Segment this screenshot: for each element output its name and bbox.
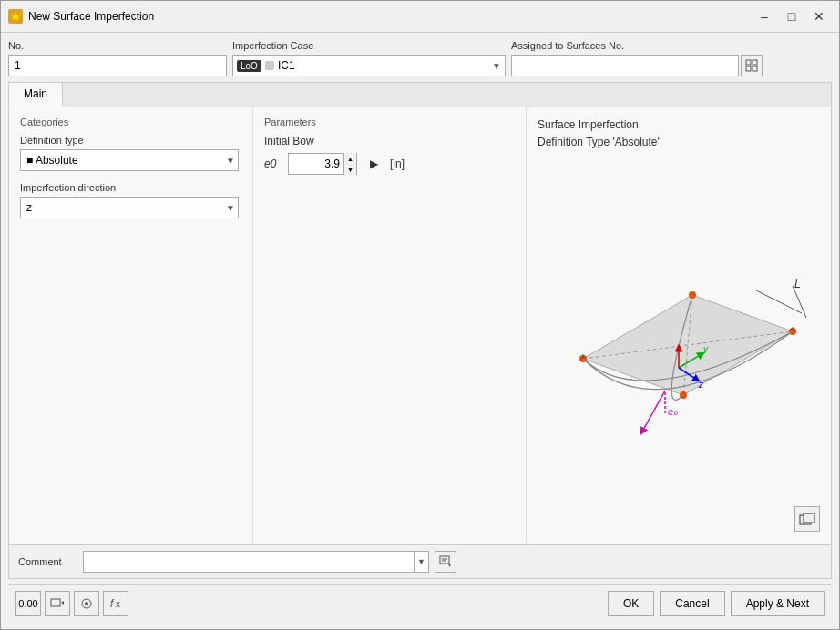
svg-text:f: f: [110, 597, 115, 610]
svg-marker-32: [61, 601, 64, 605]
imperfection-dir-select[interactable]: x y z: [20, 197, 239, 218]
svg-text:x: x: [116, 599, 120, 609]
comment-dropdown-arrow[interactable]: ▼: [414, 552, 428, 572]
edit-icon: [439, 555, 452, 568]
middle-section: Parameters Initial Bow e0 ▲ ▼ ▶ [in]: [253, 107, 527, 544]
comment-edit-button[interactable]: [435, 551, 456, 573]
e0-spin-down[interactable]: ▼: [344, 164, 356, 175]
e0-label: e0: [264, 158, 282, 170]
formula-icon: f x: [108, 597, 123, 610]
move-icon: [50, 597, 65, 610]
diagram-action-button[interactable]: [794, 506, 820, 532]
svg-rect-1: [746, 60, 751, 65]
comment-section: Comment ▼: [9, 544, 831, 578]
e0-spinners: ▲ ▼: [343, 153, 356, 175]
no-label: No.: [8, 40, 227, 51]
main-window: New Surface Imperfection – □ ✕ No. Imper…: [0, 0, 840, 630]
svg-text:y: y: [702, 344, 709, 354]
comment-label: Comment: [18, 556, 77, 567]
tab-main[interactable]: Main: [9, 83, 63, 107]
parameters-title: Parameters: [264, 117, 515, 127]
view-icon: [79, 597, 94, 610]
title-bar-left: New Surface Imperfection: [8, 9, 154, 24]
window-icon: [8, 9, 23, 24]
no-field-group: No.: [8, 40, 227, 76]
imperfection-dir-label: Imperfection direction: [20, 182, 241, 193]
imperfection-diagram: L: [547, 213, 811, 450]
svg-rect-31: [51, 599, 60, 606]
diagram-icon-area: [538, 503, 820, 535]
close-button[interactable]: ✕: [806, 6, 832, 26]
e0-pick-button[interactable]: ▶: [363, 153, 384, 175]
e0-input[interactable]: [289, 156, 343, 172]
footer: 0.00 f x: [8, 584, 832, 622]
left-section: Categories Definition type ■ Absolute Re…: [9, 107, 253, 544]
footer-btn-2[interactable]: [45, 591, 70, 616]
assigned-pick-button[interactable]: [741, 55, 763, 76]
def-type-select[interactable]: ■ Absolute Relative: [20, 149, 239, 171]
svg-rect-27: [440, 556, 449, 564]
svg-marker-30: [448, 564, 451, 567]
footer-btn-3[interactable]: [74, 591, 99, 616]
def-type-select-wrap: ■ Absolute Relative ▼: [20, 149, 239, 171]
svg-rect-2: [753, 60, 757, 65]
assigned-input[interactable]: [511, 55, 739, 76]
svg-rect-4: [753, 66, 757, 71]
ok-button[interactable]: OK: [608, 591, 654, 616]
svg-rect-3: [746, 66, 751, 71]
info-line2: Definition Type 'Absolute': [538, 134, 820, 151]
content-area: No. Imperfection Case LoO IC1 ▼ Assigned…: [1, 33, 839, 629]
panel-content: Categories Definition type ■ Absolute Re…: [9, 107, 831, 544]
svg-line-8: [756, 290, 802, 313]
assigned-wrap: [511, 55, 763, 76]
diagram-area: L: [538, 160, 820, 503]
comment-input[interactable]: [84, 552, 414, 572]
def-type-label: Definition type: [20, 135, 241, 146]
no-input[interactable]: [8, 55, 227, 76]
title-bar-controls: – □ ✕: [752, 6, 832, 26]
info-line1: Surface Imperfection: [538, 117, 820, 134]
e0-row: e0 ▲ ▼ ▶ [in]: [264, 153, 515, 175]
copy-icon: [799, 513, 815, 525]
svg-line-21: [642, 391, 665, 432]
title-bar: New Surface Imperfection – □ ✕: [1, 1, 839, 33]
imperfection-value: IC1: [278, 59, 488, 72]
minimize-button[interactable]: –: [752, 6, 777, 26]
imperfection-case-label: Imperfection Case: [232, 40, 506, 51]
svg-text:e₀: e₀: [668, 406, 678, 417]
comment-input-wrap: ▼: [83, 551, 429, 573]
e0-spin-up[interactable]: ▲: [344, 153, 356, 164]
imperfection-case-select[interactable]: LoO IC1 ▼: [232, 55, 506, 76]
imperfection-dir-select-wrap: x y z ▼: [20, 197, 239, 218]
svg-marker-0: [10, 11, 21, 21]
assigned-group: Assigned to Surfaces No.: [511, 40, 763, 76]
apply-next-button[interactable]: Apply & Next: [731, 591, 825, 616]
footer-btn-1[interactable]: 0.00: [15, 591, 41, 616]
assigned-label: Assigned to Surfaces No.: [511, 40, 763, 51]
svg-point-34: [85, 602, 88, 605]
svg-line-9: [793, 286, 806, 318]
e0-input-wrap: ▲ ▼: [288, 153, 357, 175]
footer-btn-4[interactable]: f x: [103, 591, 128, 616]
tab-bar: Main: [9, 83, 831, 107]
svg-rect-26: [804, 513, 814, 523]
pick-icon: [745, 59, 758, 72]
window-title: New Surface Imperfection: [28, 10, 154, 23]
footer-left: 0.00 f x: [15, 591, 128, 616]
initial-bow-label: Initial Bow: [264, 135, 515, 147]
imperfection-dropdown-arrow: ▼: [488, 61, 505, 71]
e0-unit: [in]: [390, 158, 405, 170]
categories-title: Categories: [20, 117, 241, 127]
svg-text:z: z: [698, 380, 704, 390]
loo-badge: LoO: [237, 60, 261, 72]
right-section: Surface Imperfection Definition Type 'Ab…: [527, 107, 831, 544]
cancel-button[interactable]: Cancel: [660, 591, 724, 616]
info-text: Surface Imperfection Definition Type 'Ab…: [538, 117, 820, 151]
imperfection-case-group: Imperfection Case LoO IC1 ▼: [232, 40, 506, 76]
top-row: No. Imperfection Case LoO IC1 ▼ Assigned…: [8, 40, 832, 76]
footer-right: OK Cancel Apply & Next: [608, 591, 825, 616]
svg-text:L: L: [794, 278, 801, 290]
coordinates-icon: 0.00: [18, 598, 37, 609]
maximize-button[interactable]: □: [779, 6, 804, 26]
main-panel: Main Categories Definition type ■ Absolu…: [8, 82, 832, 579]
